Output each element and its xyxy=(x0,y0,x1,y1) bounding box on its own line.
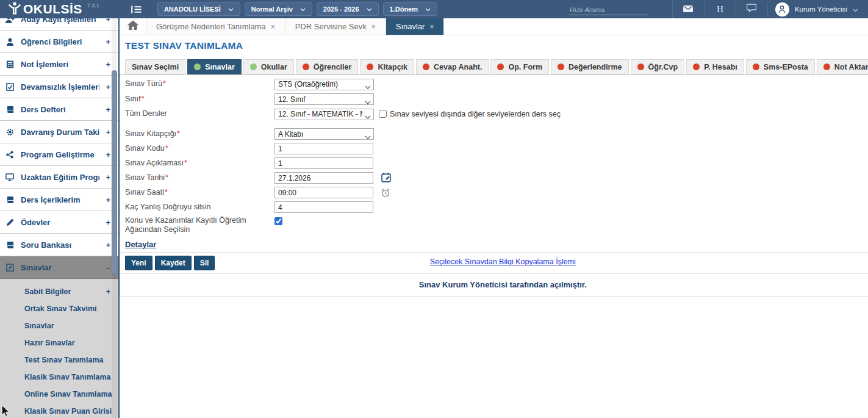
check-square-icon xyxy=(5,83,15,91)
sinav-aciklamasi-input[interactable] xyxy=(274,157,373,169)
kac-yanlis-input[interactable] xyxy=(274,201,373,213)
sinav-kitapcigi-select[interactable]: A Kitabı xyxy=(274,128,374,140)
sidebar-subitem[interactable]: Sabit Bilgiler+ xyxy=(0,283,118,300)
sidebar-subitem[interactable]: Hazır Sınavlar xyxy=(0,334,118,351)
header-select-0[interactable]: ANADOLU LİSESİ xyxy=(157,2,240,16)
sinav-tarihi-label: Sınav Tarihi* xyxy=(125,173,274,182)
step-tab[interactable]: Op. Form xyxy=(490,59,549,74)
home-tab[interactable] xyxy=(120,18,146,35)
sinif-label: Sınıf* xyxy=(125,95,274,104)
step-tab[interactable]: Öğrenciler xyxy=(296,59,359,74)
header-select-1[interactable]: Normal Arşiv xyxy=(245,2,312,16)
konu-kazanim-label: Konu ve Kazanımlar Kayıtlı Öğretim Ağacı… xyxy=(125,216,274,234)
step-tab[interactable]: Okullar xyxy=(243,59,294,74)
sidebar-subitem[interactable]: Ortak Sınav Takvimi xyxy=(0,300,118,317)
sinav-turu-row: Sınav Türü*STS (Ortaöğretim) xyxy=(125,78,868,90)
sinav-saati-input[interactable] xyxy=(274,187,373,198)
sidebar-item[interactable]: Ders Defteri + xyxy=(0,98,118,121)
tum-dersler-row: Tüm Dersler12. Sınıf - MATEMATİK - MATSı… xyxy=(125,108,868,120)
level-checkbox[interactable] xyxy=(379,110,387,118)
sinav-kitapcigi-label: Sınav Kitapçığı* xyxy=(125,129,274,139)
konu-kazanim-row: Konu ve Kazanımlar Kayıtlı Öğretim Ağacı… xyxy=(125,216,868,234)
sidebar-item[interactable]: Ders İçeriklerim + xyxy=(0,189,118,211)
close-icon[interactable]: × xyxy=(429,23,434,31)
tum-dersler-select[interactable]: 12. Sınıf - MATEMATİK - MAT xyxy=(274,109,374,120)
alarm-clock-icon[interactable] xyxy=(381,188,390,198)
mail-button[interactable] xyxy=(672,0,704,18)
action-bar: Yeni Kaydet Sil Seçilecek Sınavdan Bilgi… xyxy=(120,252,868,274)
calendar-edit-icon[interactable] xyxy=(381,172,392,184)
exam-form: Sınav Türü*STS (Ortaöğretim)Sınıf*12. Sı… xyxy=(120,75,868,239)
step-tab[interactable]: Öğr.Cvp xyxy=(631,59,685,74)
document-tab[interactable]: Sınavlar× xyxy=(386,18,445,35)
sinav-turu-select[interactable]: STS (Ortaöğretim) xyxy=(274,79,374,90)
book-icon xyxy=(5,106,15,114)
status-dot xyxy=(367,63,373,70)
menu-toggle-icon[interactable] xyxy=(131,5,142,13)
chat-button[interactable] xyxy=(736,0,767,18)
step-tab[interactable]: Sınavlar xyxy=(187,59,242,74)
step-tab[interactable]: Kitapçık xyxy=(360,59,414,74)
status-dot xyxy=(753,63,759,70)
sinav-saati-row: Sınav Saati* xyxy=(125,187,868,198)
header-select-3[interactable]: 1.Dönem xyxy=(383,2,437,16)
sidebar-item[interactable]: Sınavlar – xyxy=(0,256,118,279)
step-tab[interactable]: Sınav Seçimi xyxy=(125,59,185,74)
sinav-kodu-row: Sınav Kodu* xyxy=(125,143,868,154)
user-name: Kurum Yöneticisi xyxy=(795,5,847,13)
user-plus-icon xyxy=(5,18,15,23)
sidebar-item[interactable]: Soru Bankası + xyxy=(0,234,118,256)
detaylar-link[interactable]: Detaylar xyxy=(125,240,156,249)
h-module-button[interactable]: H xyxy=(704,0,736,18)
sidebar-item[interactable]: Program Geliştirme + xyxy=(0,143,118,166)
step-tabs: Sınav SeçimiSınavlarOkullarÖğrencilerKit… xyxy=(120,59,868,75)
user-menu[interactable]: Kurum Yöneticisi xyxy=(767,2,868,16)
sidebar-item[interactable]: Öğrenci Bilgileri + xyxy=(0,31,118,53)
document-tab[interactable]: PDR Servisine Sevk× xyxy=(285,18,386,35)
chevron-down-icon xyxy=(425,5,431,13)
sidebar-item[interactable]: Not İşlemleri + xyxy=(0,53,118,76)
sidebar-scrollbar-thumb[interactable] xyxy=(112,70,117,275)
sidebar-item[interactable]: Uzaktan Eğitim Programı + xyxy=(0,166,118,189)
copy-from-exam-link[interactable]: Seçilecek Sınavdan Bilgi Kopyalama İşlem… xyxy=(120,258,868,266)
book-icon xyxy=(5,241,15,249)
sinif-select[interactable]: 12. Sınıf xyxy=(274,93,374,105)
sidebar-subitem[interactable]: Test Sınav Tanımlama xyxy=(0,351,118,369)
home-icon xyxy=(127,20,139,33)
sidebar-item[interactable]: Devamsızlık İşlemleri + xyxy=(0,76,118,98)
sinav-kodu-input[interactable] xyxy=(274,143,373,154)
sidebar-item[interactable]: Aday Kayıt İşlemleri + xyxy=(0,18,118,31)
sidebar-subitem[interactable]: Klasik Sınav Puan Girisi xyxy=(0,403,118,418)
sinav-tarihi-input[interactable] xyxy=(274,172,373,184)
status-dot xyxy=(497,63,504,70)
status-dot xyxy=(250,63,257,70)
sinav-turu-label: Sınav Türü* xyxy=(125,79,274,88)
step-tab[interactable]: Değerlendirme xyxy=(551,59,629,74)
sidebar: Aday Kayıt İşlemleri + Öğrenci Bilgileri… xyxy=(0,18,120,418)
close-icon[interactable]: × xyxy=(271,23,275,31)
document-tab[interactable]: Görüşme Nedenleri Tanımlama× xyxy=(146,18,285,35)
sidebar-submenu: Sabit Bilgiler+Ortak Sınav TakvimiSınavl… xyxy=(0,279,118,418)
header-select-2[interactable]: 2025 - 2026 xyxy=(317,2,379,16)
sidebar-subitem[interactable]: Online Sınav Tanımlama xyxy=(0,386,118,403)
sidebar-item[interactable]: Ödevler + xyxy=(0,211,118,234)
step-tab[interactable]: Sms-EPosta xyxy=(746,59,815,74)
chevron-down-icon xyxy=(228,5,234,13)
sidebar-item[interactable]: Davranış Durum Takibi + xyxy=(0,121,118,143)
close-icon[interactable]: × xyxy=(371,23,376,31)
sidebar-subitem[interactable]: Klasik Sınav Tanımlama xyxy=(0,369,118,386)
konu-kazanim-checkbox[interactable] xyxy=(274,217,282,225)
page-title: TEST SINAV TANIMLAMA xyxy=(125,40,868,51)
step-tab[interactable]: P. Hesabı xyxy=(686,59,744,74)
quick-search-input[interactable] xyxy=(569,5,648,15)
step-tab[interactable]: Not Aktarımı xyxy=(817,59,868,74)
status-dot xyxy=(303,63,309,70)
chat-icon xyxy=(747,4,756,15)
sinif-row: Sınıf*12. Sınıf xyxy=(125,93,868,106)
gear-icon xyxy=(5,128,15,136)
step-tab[interactable]: Cevap Anaht. xyxy=(416,59,489,74)
status-message: Sınav Kurum Yöneticisi tarafından açılmı… xyxy=(120,274,868,296)
sidebar-subitem[interactable]: Sınavlar xyxy=(0,317,118,334)
top-bar: OKULSİS 7.3.1 ANADOLU LİSESİNormal Arşiv… xyxy=(0,0,868,18)
main-content: Görüşme Nedenleri Tanımlama×PDR Servisin… xyxy=(120,18,868,418)
